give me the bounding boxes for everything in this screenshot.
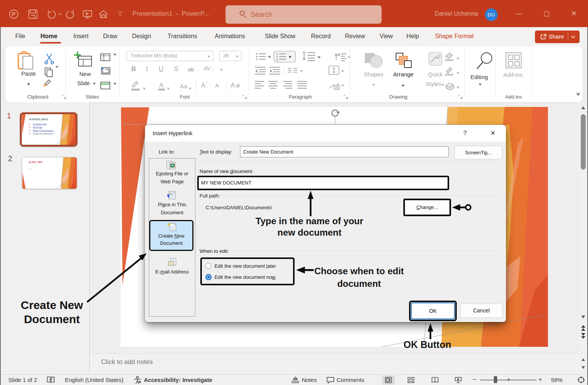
svg-text:Create New Document: Create New Document xyxy=(33,133,53,135)
svg-text:⮟: ⮟ xyxy=(27,82,30,86)
svg-text:⮟: ⮟ xyxy=(456,71,460,75)
svg-text:3.: 3. xyxy=(29,129,31,132)
svg-text:1.: 1. xyxy=(29,123,31,125)
svg-text:⮟: ⮟ xyxy=(143,86,146,91)
svg-text:A: A xyxy=(159,82,164,89)
svg-text:⮟: ⮟ xyxy=(300,69,303,73)
svg-text:⮟: ⮟ xyxy=(167,86,170,91)
svg-text:Styles: Styles xyxy=(426,81,441,87)
svg-text:3: 3 xyxy=(276,58,278,62)
svg-text:Arrange: Arrange xyxy=(393,71,413,78)
svg-text:Slide: Slide xyxy=(77,80,90,86)
svg-text:Web Page: Web Page xyxy=(33,126,42,128)
svg-text:⮟: ⮟ xyxy=(341,69,345,73)
svg-text:An Existing File: An Existing File xyxy=(33,123,47,125)
svg-text:A: A xyxy=(215,82,219,89)
svg-text:A: A xyxy=(338,52,341,57)
svg-text:⮟: ⮟ xyxy=(288,55,292,59)
svg-text:4.: 4. xyxy=(29,133,31,135)
svg-text:ˇ: ˇ xyxy=(219,81,221,84)
svg-text:SLIDE TWO: SLIDE TWO xyxy=(29,161,42,163)
svg-text:A: A xyxy=(230,82,235,89)
svg-text:Aa: Aa xyxy=(180,83,187,89)
svg-text:⮟: ⮟ xyxy=(401,83,405,87)
svg-text:⮟: ⮟ xyxy=(372,82,375,87)
svg-text:HYPERLINKS: HYPERLINKS xyxy=(29,118,48,121)
svg-text:Place in this Document: Place in this Document xyxy=(33,129,54,132)
svg-text:⮟: ⮟ xyxy=(268,55,271,59)
svg-text:Paste: Paste xyxy=(21,70,36,77)
svg-text:⮟: ⮟ xyxy=(317,55,321,59)
svg-text:^: ^ xyxy=(206,81,208,84)
svg-text:New: New xyxy=(79,71,91,77)
svg-text:Shapes: Shapes xyxy=(364,71,383,78)
svg-text:•: • xyxy=(31,168,32,170)
svg-text:⮟: ⮟ xyxy=(341,83,345,87)
svg-text:A: A xyxy=(201,82,206,89)
svg-text:⮟: ⮟ xyxy=(456,56,460,60)
svg-text:2.: 2. xyxy=(29,126,31,128)
svg-text:⮟: ⮟ xyxy=(348,55,350,59)
svg-text:⮟: ⮟ xyxy=(188,86,192,91)
svg-text:⮟: ⮟ xyxy=(93,81,96,86)
svg-text:1.: 1. xyxy=(29,168,30,170)
svg-text:Quick: Quick xyxy=(428,71,443,78)
svg-text:⮟: ⮟ xyxy=(456,85,460,89)
svg-text:P: P xyxy=(12,11,15,17)
